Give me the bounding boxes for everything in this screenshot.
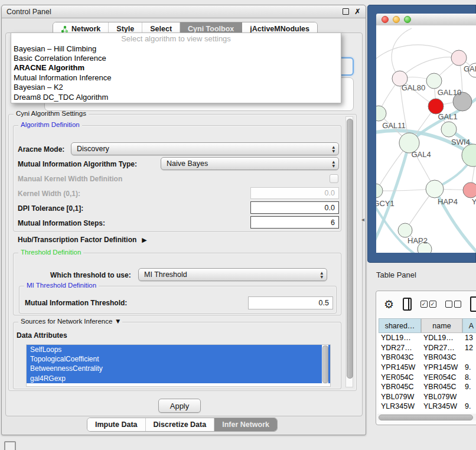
attribute-item-selected[interactable]: gal4RGexp (27, 374, 330, 383)
algorithm-dropdown-item[interactable]: ARACNE Algorithm (11, 63, 341, 73)
column-layout-icon[interactable] (403, 298, 412, 311)
cell-shared-name: YLR345W (379, 402, 421, 410)
network-node-label: GAL4 (411, 150, 431, 159)
network-window-titlebar[interactable] (376, 14, 476, 26)
cell-shared-name: YBR043C (379, 353, 421, 361)
network-node[interactable] (463, 182, 476, 198)
float-panel-icon[interactable] (343, 8, 349, 15)
column-header-shared-name[interactable]: shared… (379, 318, 421, 333)
table-row[interactable]: YPR145W YPR145W 9. (379, 363, 476, 373)
network-node-label: GCY1 (376, 199, 395, 208)
network-node[interactable] (426, 73, 442, 89)
manual-kernel-width-checkbox[interactable] (330, 174, 338, 183)
mi-steps-field[interactable]: 6 (250, 216, 339, 229)
expand-arrow-icon[interactable]: ▶ (142, 236, 146, 244)
network-node[interactable] (441, 122, 457, 137)
network-node[interactable] (376, 106, 386, 121)
algorithm-dropdown-item[interactable]: Basic Correlation Inference (11, 53, 341, 63)
table-row[interactable]: YBR045C YBR045C 9. (379, 382, 476, 392)
cell-shared-name: YIL052C (379, 412, 421, 413)
hub-definition-section[interactable]: Hub/Transcription Factor Definition ▶ (18, 236, 147, 244)
combo-value: Discovery (77, 145, 109, 153)
attributes-scrollbar[interactable] (322, 345, 328, 384)
kernel-width-field[interactable]: 0.0 (250, 187, 339, 199)
group-title: Algorithm Definition (18, 121, 82, 128)
collapse-arrow-icon[interactable]: ▼ (116, 318, 120, 324)
tab-infer-network[interactable]: Infer Network (214, 418, 277, 431)
window-minimize-button[interactable] (393, 16, 400, 23)
cell-name: YBL079W (421, 393, 462, 401)
network-node[interactable] (451, 50, 467, 66)
which-threshold-combo[interactable]: MI Threshold ▲▼ (138, 268, 327, 281)
deselect-all-columns-icon[interactable] (445, 301, 461, 308)
cell-name: YER054C (421, 373, 462, 381)
manual-kernel-width-label: Manual Kernel Width Definition (18, 175, 122, 183)
apply-button[interactable]: Apply (158, 399, 201, 413)
cell-shared-name: YER054C (379, 373, 421, 381)
panel-collapse-arrow-icon[interactable]: ◂ (361, 216, 364, 223)
combo-value: MI Threshold (144, 270, 187, 279)
cell-value: 9. (462, 383, 471, 391)
algorithm-dropdown-item[interactable]: Mutual Information Inference (11, 73, 341, 82)
attribute-item-selected[interactable]: BetweennessCentrality (27, 364, 330, 373)
network-node[interactable] (398, 223, 412, 237)
table-row[interactable]: YBR043C YBR043C (379, 353, 476, 363)
table-row[interactable]: YLR345W YLR345W 9. (379, 402, 476, 412)
column-header-partial[interactable]: A (462, 318, 476, 333)
tab-discretize-data[interactable]: Discretize Data (146, 418, 215, 431)
close-panel-icon[interactable]: ✗ (354, 9, 361, 15)
gear-icon[interactable]: ⚙ (384, 299, 394, 309)
table-hscrollbar[interactable] (377, 414, 476, 420)
dpi-tolerance-field[interactable]: 0.0 (250, 201, 339, 214)
table-toolbar: ⚙ ✓ ✓ (376, 291, 476, 317)
group-title: MI Threshold Definition (24, 282, 99, 289)
table-row[interactable]: YDR27… YDR27… 12 (379, 343, 476, 353)
mi-threshold-field[interactable]: 0.5 (248, 296, 333, 309)
attribute-item-selected[interactable]: SelfLoops (27, 345, 330, 354)
table-hscrollbar-thumb[interactable] (379, 415, 473, 420)
group-title: Threshold Definition (18, 249, 83, 256)
network-node-label: HAP4 (438, 197, 458, 206)
network-node[interactable] (376, 184, 383, 198)
attribute-item-selected[interactable]: TopologicalCoefficient (27, 354, 330, 364)
settings-scrollbar[interactable] (345, 116, 353, 387)
sources-title: Sources for Network Inference (21, 318, 112, 325)
network-node-label: GAL (464, 64, 476, 73)
algorithm-dropdown-prompt: Select algorithm to view settings (11, 33, 341, 44)
network-node[interactable] (426, 180, 444, 198)
algorithm-dropdown-item[interactable]: Bayesian – Hill Climbing (11, 44, 341, 53)
tab-label: Impute Data (95, 420, 138, 429)
tab-impute-data[interactable]: Impute Data (87, 418, 146, 431)
table-row[interactable]: YDL19… YDL19… 13 (379, 333, 476, 343)
control-panel-titlebar: Control Panel ✗ (2, 5, 366, 18)
column-header-name[interactable]: name (421, 318, 462, 333)
network-node-label: HAP2 (407, 236, 428, 245)
network-canvas[interactable]: GALGAL80GAL10GAL1GAL11SWI4GAL4HAP4YGCY1H… (376, 25, 476, 253)
window-close-button[interactable] (382, 16, 389, 23)
table-row[interactable]: YBL079W YBL079W (379, 392, 476, 402)
cell-value: 9. (462, 402, 471, 410)
table-panel-title: Table Panel (376, 270, 416, 279)
table-row[interactable]: YER054C YER054C 8. (379, 372, 476, 382)
algorithm-dropdown-item[interactable]: Dream8 DC_TDC Algorithm (11, 92, 341, 102)
dpi-tolerance-label: DPI Tolerance [0,1]: (18, 204, 83, 213)
window-zoom-button[interactable] (404, 16, 411, 23)
checked-box-icon: ✓ (420, 301, 428, 308)
tab-label: Style (116, 25, 134, 33)
settings-scrollbar-thumb[interactable] (347, 119, 353, 379)
network-icon (61, 25, 69, 33)
kernel-width-label: Kernel Width (0,1): (18, 190, 80, 198)
export-table-icon[interactable] (470, 296, 476, 312)
minimized-panel-icon[interactable] (4, 441, 16, 450)
network-node-label: SWI4 (451, 138, 470, 146)
mi-algorithm-type-combo[interactable]: Naive Bayes ▲▼ (161, 157, 339, 170)
cell-shared-name: YBL079W (379, 393, 421, 401)
unchecked-box-icon (445, 301, 452, 308)
algorithm-dropdown-item[interactable]: Bayesian – K2 (11, 83, 341, 92)
attributes-scrollbar-thumb[interactable] (322, 345, 328, 383)
select-all-columns-icon[interactable]: ✓ ✓ (420, 301, 436, 308)
table-row[interactable]: YIL052C YIL052C 9. (379, 412, 476, 413)
cell-value: 8. (462, 373, 471, 381)
aracne-mode-combo[interactable]: Discovery ▲▼ (71, 142, 339, 155)
algorithm-dropdown-popup: Select algorithm to view settings Bayesi… (11, 32, 341, 103)
